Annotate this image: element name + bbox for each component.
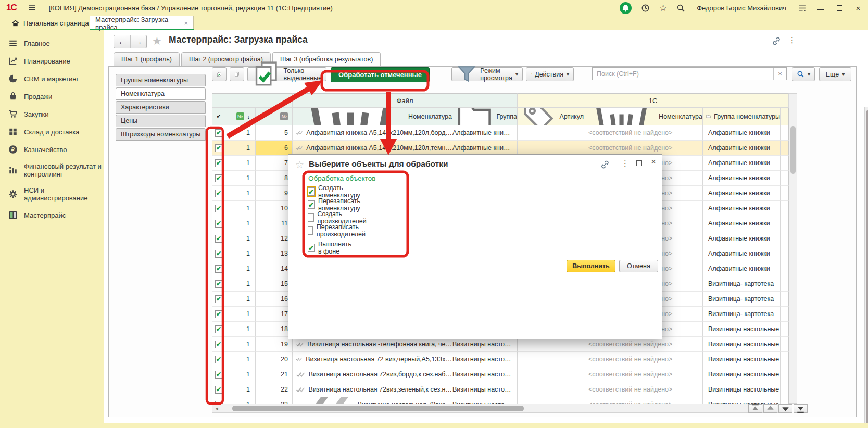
- cell-1c-group[interactable]: Алфавитные книжки: [703, 125, 781, 141]
- cell-1c-group[interactable]: Визитницы настольные: [703, 337, 781, 352]
- cell-row-num[interactable]: 18: [256, 322, 293, 337]
- cell-artikul[interactable]: [518, 367, 584, 382]
- global-search-icon[interactable]: [676, 4, 685, 12]
- row-checkbox[interactable]: ✔: [212, 186, 225, 201]
- actions-button[interactable]: Действия ▾: [526, 67, 574, 81]
- unmark-all-button[interactable]: [230, 67, 244, 81]
- cell-file-num[interactable]: 1: [225, 171, 256, 186]
- cell-row-num[interactable]: 12: [256, 231, 293, 246]
- checkbox-icon[interactable]: ✔: [215, 129, 223, 137]
- sidebar-item[interactable]: Мастерпрайс: [0, 206, 104, 224]
- cell-1c-nomenclature[interactable]: <соответствий не найдено>: [584, 125, 703, 141]
- checkbox-icon[interactable]: ✔: [215, 295, 223, 303]
- checkbox-icon[interactable]: ✔: [215, 265, 223, 273]
- dialog-option[interactable]: Создать производителей: [308, 210, 369, 225]
- dialog-option[interactable]: Перезаписать производителей: [308, 223, 369, 238]
- cell-1c-group[interactable]: Алфавитные книжки: [703, 156, 781, 171]
- cell-row-num[interactable]: 14: [256, 261, 293, 276]
- cell-artikul[interactable]: [518, 141, 584, 156]
- row-checkbox[interactable]: ✔: [212, 261, 225, 276]
- row-checkbox[interactable]: ✔: [212, 156, 225, 171]
- step-tab-1[interactable]: Шаг 1 (профиль): [114, 52, 180, 66]
- row-checkbox[interactable]: ✔: [212, 322, 225, 337]
- cell-row-num[interactable]: 19: [256, 337, 293, 352]
- table-row[interactable]: ✔121Визитница настольная 72виз,бордо,к с…: [212, 367, 789, 382]
- column-header-1c-group[interactable]: Группа номенклатуры: [703, 108, 781, 125]
- dialog-option[interactable]: ✔Создать номенклатуру: [308, 184, 362, 199]
- checkbox-icon[interactable]: ✔: [215, 371, 223, 379]
- checkbox-icon[interactable]: ✔: [215, 280, 223, 288]
- column-header-file-group[interactable]: Группа: [452, 108, 518, 125]
- row-down-button[interactable]: [778, 404, 792, 413]
- checkbox-icon[interactable]: [308, 213, 314, 222]
- search-clear-icon[interactable]: ×: [773, 68, 786, 80]
- vertical-scroll-thumb[interactable]: [790, 126, 796, 174]
- table-vertical-scrollbar[interactable]: [789, 93, 797, 404]
- mark-all-button[interactable]: [212, 67, 227, 81]
- checkbox-icon[interactable]: ✔: [215, 220, 223, 228]
- cell-file-num[interactable]: 1: [225, 397, 256, 404]
- row-checkbox[interactable]: ✔: [212, 352, 225, 367]
- get-link-icon[interactable]: [772, 36, 781, 46]
- view-mode-button[interactable]: Режим просмотра ▾: [451, 67, 523, 81]
- cell-1c-group[interactable]: Алфавитные книжки: [703, 141, 781, 156]
- current-user[interactable]: Федоров Борис Михайлович: [697, 4, 786, 12]
- dialog-option[interactable]: ✔Выполнить в фоне: [308, 241, 353, 255]
- checkbox-icon[interactable]: ✔: [215, 144, 223, 152]
- checkbox-icon[interactable]: ✔: [215, 341, 223, 348]
- cell-1c-group[interactable]: Визитница- картотека: [703, 292, 781, 307]
- favorite-star-icon[interactable]: ★: [152, 35, 162, 47]
- table-row[interactable]: ✔122Визитница настольная 72виз,зеленый,к…: [212, 382, 789, 397]
- favorites-star-icon[interactable]: ☆: [659, 4, 667, 12]
- cell-artikul[interactable]: [518, 397, 584, 404]
- table-horizontal-scrollbar[interactable]: ◂ ▸: [212, 404, 789, 413]
- row-checkbox[interactable]: ✔: [212, 231, 225, 246]
- cell-1c-group[interactable]: Алфавитные книжки: [703, 216, 781, 231]
- cell-file-num[interactable]: 1: [225, 307, 256, 322]
- search-input[interactable]: [593, 68, 773, 80]
- checkbox-icon[interactable]: ✔: [215, 250, 223, 258]
- cell-artikul[interactable]: [518, 382, 584, 397]
- column-header-num-row[interactable]: №: [256, 108, 293, 125]
- go-first-row-button[interactable]: [748, 404, 762, 413]
- cancel-button[interactable]: Отмена: [619, 260, 658, 272]
- cell-1c-group[interactable]: Алфавитные книжки: [703, 186, 781, 201]
- minimize-button[interactable]: [816, 4, 825, 12]
- cell-artikul[interactable]: [518, 352, 584, 367]
- more-button[interactable]: Еще ▾: [819, 67, 851, 81]
- cell-file-num[interactable]: 1: [225, 322, 256, 337]
- notifications-button[interactable]: [620, 2, 632, 14]
- row-checkbox[interactable]: ✔: [212, 125, 225, 141]
- execute-button[interactable]: Выполнить: [567, 260, 615, 272]
- cell-file-group[interactable]: Визитницы насто…: [452, 397, 518, 404]
- row-checkbox[interactable]: ✔: [212, 201, 225, 216]
- checkbox-icon[interactable]: ✔: [308, 187, 315, 196]
- cell-file-num[interactable]: 1: [225, 246, 256, 261]
- cell-file-nomenclature[interactable]: Визитница настольная 72виз,зеленый,к сез…: [293, 382, 452, 397]
- cell-1c-group[interactable]: Алфавитные книжки: [703, 201, 781, 216]
- cell-file-nomenclature[interactable]: Визитница настольная 72 виз,черный,А5,13…: [293, 352, 452, 367]
- dialog-option[interactable]: ✔Перезаписать номенклатуру: [308, 197, 362, 212]
- cell-1c-group[interactable]: Визитница- картотека: [703, 307, 781, 322]
- row-checkbox[interactable]: ✔: [212, 246, 225, 261]
- tab-home-page[interactable]: Начальная страница: [4, 16, 96, 30]
- cell-file-nomenclature[interactable]: Визитница настольная 72виз,бордо,к сез.н…: [293, 367, 452, 382]
- cell-file-nomenclature[interactable]: Визитница настольная 72виз…: [293, 397, 452, 404]
- sidebar-item[interactable]: CRM и маркетинг: [0, 70, 104, 87]
- table-row[interactable]: ✔15Алфавитная книжка А5,142х210мм,120л,б…: [212, 125, 789, 141]
- cell-file-num[interactable]: 1: [225, 141, 256, 156]
- cell-1c-nomenclature[interactable]: <соответствий не найдено>: [584, 352, 703, 367]
- table-row[interactable]: ✔120Визитница настольная 72 виз,черный,А…: [212, 352, 789, 367]
- row-checkbox[interactable]: ✔: [212, 382, 225, 397]
- section-tab[interactable]: Цены: [116, 115, 206, 127]
- sidebar-item[interactable]: Главное: [0, 34, 104, 52]
- tab-masterprice[interactable]: Мастерпрайс: Загрузка прайса ×: [90, 16, 194, 30]
- cell-row-num[interactable]: 8: [256, 171, 293, 186]
- step-tab-3[interactable]: Шаг 3 (обработка результатов): [272, 52, 381, 67]
- cell-row-num[interactable]: 17: [256, 307, 293, 322]
- cell-file-num[interactable]: 1: [225, 216, 256, 231]
- cell-artikul[interactable]: [518, 125, 584, 141]
- cell-file-num[interactable]: 1: [225, 125, 256, 141]
- cell-file-group[interactable]: Алфавитные кни…: [452, 141, 518, 156]
- dialog-kebab-icon[interactable]: ⋮: [621, 159, 629, 168]
